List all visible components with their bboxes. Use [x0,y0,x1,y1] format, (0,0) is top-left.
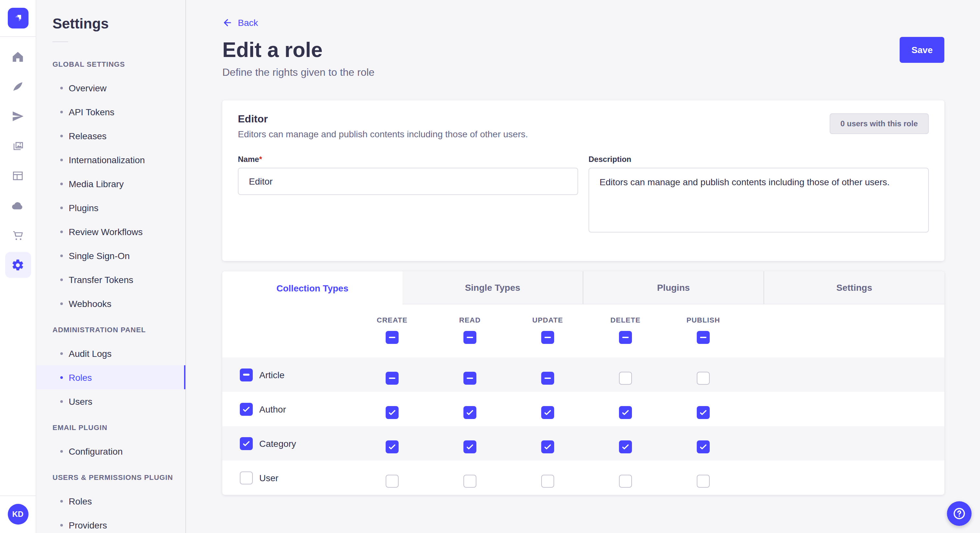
strapi-logo-glyph [11,12,24,25]
content-manager-feather-icon [11,79,25,93]
indeterminate-dash-icon [467,378,473,379]
category-delete-checkbox[interactable] [619,440,632,453]
sidebar-item-label: Single Sign-On [69,250,130,261]
tab-settings[interactable]: Settings [764,271,944,305]
required-asterisk: * [259,155,262,164]
bullet-dot-icon [60,500,63,502]
sidebar-item-label: Roles [69,496,92,506]
permissions-card: Collection TypesSingle TypesPluginsSetti… [222,271,944,495]
user-create-checkbox[interactable] [386,475,399,488]
indeterminate-dash-icon [544,378,551,379]
sidebar-item-media-library[interactable]: Media Library [36,171,185,195]
user-avatar[interactable]: KD [8,504,28,525]
author-read-checkbox[interactable] [463,406,476,419]
save-button[interactable]: Save [900,37,944,63]
help-button[interactable] [947,501,972,526]
tab-single-types[interactable]: Single Types [402,271,583,305]
permission-cell [509,426,587,460]
permission-cell [431,426,509,460]
category-create-checkbox[interactable] [386,440,399,453]
category-publish-checkbox[interactable] [697,440,710,453]
author-update-checkbox[interactable] [541,406,554,419]
sidebar-item-providers[interactable]: Providers [36,513,185,533]
marketplace-cart-icon [11,228,25,242]
article-row-checkbox[interactable] [240,368,253,381]
category-row-checkbox[interactable] [240,437,253,450]
select-all-delete-checkbox[interactable] [619,331,632,344]
sidebar-section-header: EMAIL PLUGIN [36,424,185,431]
author-row-checkbox[interactable] [240,403,253,416]
rail-item-content-manager-feather-icon[interactable] [5,73,31,99]
sidebar-item-plugins[interactable]: Plugins [36,195,185,219]
sidebar-item-api-tokens[interactable]: API Tokens [36,100,185,124]
check-icon [465,443,474,451]
role-description-input[interactable]: Editors can manage and publish contents … [589,168,929,233]
sidebar-item-internationalization[interactable]: Internationalization [36,148,185,171]
sidebar-item-single-sign-on[interactable]: Single Sign-On [36,244,185,268]
user-read-checkbox[interactable] [463,475,476,488]
sidebar-item-users[interactable]: Users [36,389,185,413]
article-update-checkbox[interactable] [541,372,554,385]
bullet-dot-icon [60,302,63,305]
page-title: Edit a role [222,38,323,62]
sidebar-item-configuration[interactable]: Configuration [36,439,185,463]
select-all-read-checkbox[interactable] [463,331,476,344]
article-delete-checkbox[interactable] [619,372,632,385]
rail-item-marketplace-cart-icon[interactable] [5,222,31,248]
article-create-checkbox[interactable] [386,372,399,385]
permission-cell [431,460,509,495]
rail-item-releases-paper-plane-icon[interactable] [5,103,31,129]
permission-cell [353,426,431,460]
category-update-checkbox[interactable] [541,440,554,453]
role-name-input[interactable] [238,168,578,195]
rail-item-deploy-cloud-icon[interactable] [5,192,31,218]
user-row-checkbox[interactable] [240,471,253,484]
rail-item-media-library-images-icon[interactable] [5,133,31,159]
rail-item-settings-gear-icon[interactable] [5,252,31,278]
user-publish-checkbox[interactable] [697,475,710,488]
article-read-checkbox[interactable] [463,372,476,385]
sidebar-item-releases[interactable]: Releases [36,124,185,148]
sidebar-section-administration-panel: ADMINISTRATION PANELAudit LogsRolesUsers [36,326,185,413]
rail-item-content-type-builder-layout-icon[interactable] [5,163,31,189]
tab-plugins[interactable]: Plugins [583,271,764,305]
category-read-checkbox[interactable] [463,440,476,453]
sidebar-item-audit-logs[interactable]: Audit Logs [36,341,185,365]
author-publish-checkbox[interactable] [697,406,710,419]
deploy-cloud-icon [11,198,25,212]
permissions-column-read: READ [431,305,509,357]
author-delete-checkbox[interactable] [619,406,632,419]
select-all-update-checkbox[interactable] [541,331,554,344]
permission-cell [664,460,742,495]
role-details-card: Editor Editors can manage and publish co… [222,100,944,261]
permission-row-author: Author [222,392,944,426]
column-header-label: READ [459,316,480,324]
tab-collection-types[interactable]: Collection Types [222,271,402,305]
rail-item-home-icon[interactable] [5,43,31,69]
select-all-create-checkbox[interactable] [386,331,399,344]
bullet-dot-icon [60,450,63,452]
sidebar-item-overview[interactable]: Overview [36,76,185,100]
user-delete-checkbox[interactable] [619,475,632,488]
author-create-checkbox[interactable] [386,406,399,419]
article-publish-checkbox[interactable] [697,372,710,385]
sidebar-item-label: Internationalization [69,154,145,165]
select-all-publish-checkbox[interactable] [697,331,710,344]
permission-cell [353,392,431,426]
content-type-builder-layout-icon [11,169,25,182]
sidebar-section-header: USERS & PERMISSIONS PLUGIN [36,473,185,481]
sidebar-item-review-workflows[interactable]: Review Workflows [36,219,185,244]
sidebar-item-webhooks[interactable]: Webhooks [36,292,185,316]
users-with-role-badge: 0 users with this role [829,113,929,134]
permission-cell [664,392,742,426]
sidebar-item-transfer-tokens[interactable]: Transfer Tokens [36,268,185,292]
user-update-checkbox[interactable] [541,475,554,488]
sidebar-item-roles[interactable]: Roles [36,365,185,389]
sidebar-item-label: Overview [69,82,107,93]
sidebar-item-roles[interactable]: Roles [36,489,185,513]
permission-cell [509,460,587,495]
sidebar-item-label: Roles [69,372,92,382]
strapi-logo[interactable] [8,8,28,29]
back-link[interactable]: Back [222,17,258,28]
bullet-dot-icon [60,230,63,233]
